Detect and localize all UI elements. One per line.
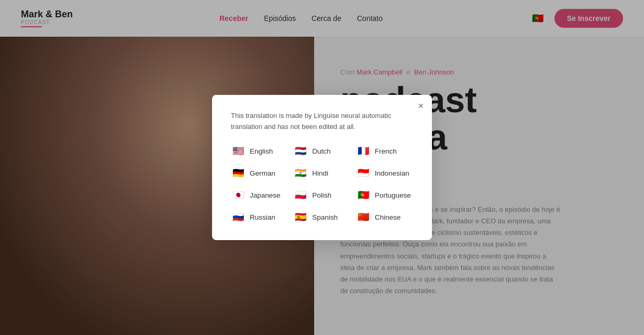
lang-label-spanish: Spanish (312, 213, 338, 221)
lang-label-english: English (250, 147, 273, 155)
lang-item-english[interactable]: 🇺🇸English (231, 144, 288, 158)
lang-label-chinese: Chinese (375, 213, 401, 221)
lang-label-indonesian: Indonesian (375, 169, 409, 177)
lang-label-russian: Russian (250, 213, 275, 221)
lang-flag-portuguese: 🇵🇹 (356, 188, 371, 202)
lang-label-hindi: Hindi (312, 169, 328, 177)
lang-label-japanese: Japanese (250, 191, 281, 199)
translation-modal: × This translation is made by Linguise n… (212, 95, 432, 241)
lang-item-portuguese[interactable]: 🇵🇹Portuguese (356, 188, 413, 202)
lang-flag-polish: 🇵🇱 (293, 188, 308, 202)
language-grid: 🇺🇸English🇳🇱Dutch🇫🇷French🇩🇪German🇮🇳Hindi🇮… (231, 144, 413, 224)
lang-label-dutch: Dutch (312, 147, 330, 155)
lang-flag-french: 🇫🇷 (356, 144, 371, 158)
lang-item-hindi[interactable]: 🇮🇳Hindi (293, 166, 350, 180)
lang-flag-hindi: 🇮🇳 (293, 166, 308, 180)
lang-item-german[interactable]: 🇩🇪German (231, 166, 288, 180)
lang-item-polish[interactable]: 🇵🇱Polish (293, 188, 350, 202)
lang-label-german: German (250, 169, 275, 177)
lang-flag-spanish: 🇪🇸 (293, 210, 308, 224)
lang-flag-russian: 🇷🇺 (231, 210, 246, 224)
lang-item-japanese[interactable]: 🇯🇵Japanese (231, 188, 288, 202)
modal-description: This translation is made by Linguise neu… (231, 111, 413, 133)
modal-overlay[interactable]: × This translation is made by Linguise n… (0, 0, 644, 335)
lang-flag-dutch: 🇳🇱 (293, 144, 308, 158)
lang-label-polish: Polish (312, 191, 331, 199)
lang-label-portuguese: Portuguese (375, 191, 411, 199)
lang-item-russian[interactable]: 🇷🇺Russian (231, 210, 288, 224)
lang-label-french: French (375, 147, 397, 155)
modal-close-button[interactable]: × (418, 101, 424, 111)
lang-flag-indonesian: 🇮🇩 (356, 166, 371, 180)
lang-flag-chinese: 🇨🇳 (356, 210, 371, 224)
lang-item-chinese[interactable]: 🇨🇳Chinese (356, 210, 413, 224)
lang-item-dutch[interactable]: 🇳🇱Dutch (293, 144, 350, 158)
lang-item-french[interactable]: 🇫🇷French (356, 144, 413, 158)
lang-flag-english: 🇺🇸 (231, 144, 246, 158)
lang-item-spanish[interactable]: 🇪🇸Spanish (293, 210, 350, 224)
lang-flag-german: 🇩🇪 (231, 166, 246, 180)
lang-item-indonesian[interactable]: 🇮🇩Indonesian (356, 166, 413, 180)
lang-flag-japanese: 🇯🇵 (231, 188, 246, 202)
